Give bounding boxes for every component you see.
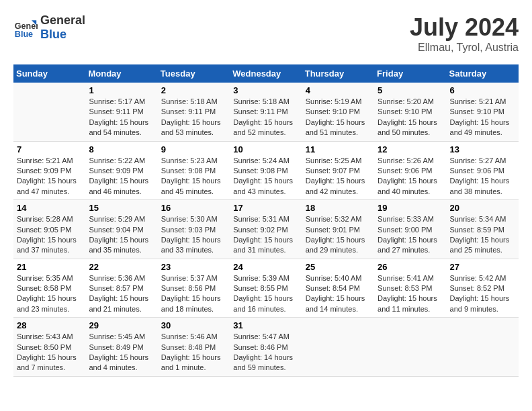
calendar-cell: 19Sunrise: 5:33 AM Sunset: 9:00 PM Dayli… [374, 200, 446, 259]
calendar-week-row: 7Sunrise: 5:21 AM Sunset: 9:09 PM Daylig… [13, 141, 519, 200]
day-number: 19 [378, 203, 443, 213]
calendar-body: 1Sunrise: 5:17 AM Sunset: 9:11 PM Daylig… [13, 83, 519, 376]
weekday-header: Sunday [13, 64, 85, 83]
calendar-cell: 29Sunrise: 5:45 AM Sunset: 8:49 PM Dayli… [85, 318, 157, 377]
day-number: 12 [378, 144, 443, 154]
day-number: 9 [161, 144, 226, 154]
day-info: Sunrise: 5:24 AM Sunset: 9:08 PM Dayligh… [233, 156, 298, 197]
month-year: July 2024 [410, 13, 519, 42]
calendar-cell: 5Sunrise: 5:20 AM Sunset: 9:10 PM Daylig… [374, 83, 446, 141]
calendar-cell: 18Sunrise: 5:32 AM Sunset: 9:01 PM Dayli… [302, 200, 374, 259]
calendar-cell: 4Sunrise: 5:19 AM Sunset: 9:10 PM Daylig… [302, 83, 374, 141]
day-info: Sunrise: 5:47 AM Sunset: 8:46 PM Dayligh… [233, 332, 298, 373]
calendar-cell: 9Sunrise: 5:23 AM Sunset: 9:08 PM Daylig… [158, 141, 230, 200]
weekday-row: SundayMondayTuesdayWednesdayThursdayFrid… [13, 64, 519, 83]
day-number: 26 [378, 262, 443, 272]
calendar-week-row: 21Sunrise: 5:35 AM Sunset: 8:58 PM Dayli… [13, 259, 519, 318]
calendar-cell [302, 318, 374, 377]
day-info: Sunrise: 5:20 AM Sunset: 9:10 PM Dayligh… [378, 97, 443, 138]
calendar-cell: 25Sunrise: 5:40 AM Sunset: 8:54 PM Dayli… [302, 259, 374, 318]
calendar-cell: 12Sunrise: 5:26 AM Sunset: 9:06 PM Dayli… [374, 141, 446, 200]
calendar-cell: 16Sunrise: 5:30 AM Sunset: 9:03 PM Dayli… [158, 200, 230, 259]
calendar-cell: 8Sunrise: 5:22 AM Sunset: 9:09 PM Daylig… [85, 141, 157, 200]
day-number: 16 [161, 203, 226, 213]
day-info: Sunrise: 5:42 AM Sunset: 8:52 PM Dayligh… [450, 273, 515, 315]
day-number: 14 [17, 203, 82, 213]
calendar-cell: 28Sunrise: 5:43 AM Sunset: 8:50 PM Dayli… [13, 318, 85, 377]
svg-text:Blue: Blue [15, 30, 33, 39]
calendar-cell: 22Sunrise: 5:36 AM Sunset: 8:57 PM Dayli… [85, 259, 157, 318]
day-info: Sunrise: 5:35 AM Sunset: 8:58 PM Dayligh… [17, 273, 82, 315]
day-number: 20 [450, 203, 515, 213]
day-number: 7 [17, 144, 82, 154]
day-number: 22 [89, 262, 154, 272]
calendar-cell: 3Sunrise: 5:18 AM Sunset: 9:11 PM Daylig… [230, 83, 302, 141]
calendar-cell [447, 318, 519, 377]
weekday-header: Friday [374, 64, 446, 83]
day-info: Sunrise: 5:18 AM Sunset: 9:11 PM Dayligh… [161, 97, 226, 138]
logo-line2: Blue [40, 28, 85, 42]
calendar-header: SundayMondayTuesdayWednesdayThursdayFrid… [13, 64, 519, 83]
day-info: Sunrise: 5:36 AM Sunset: 8:57 PM Dayligh… [89, 273, 154, 315]
calendar-week-row: 14Sunrise: 5:28 AM Sunset: 9:05 PM Dayli… [13, 200, 519, 259]
weekday-header: Wednesday [230, 64, 302, 83]
day-number: 29 [89, 320, 154, 330]
calendar-cell: 17Sunrise: 5:31 AM Sunset: 9:02 PM Dayli… [230, 200, 302, 259]
calendar-cell: 15Sunrise: 5:29 AM Sunset: 9:04 PM Dayli… [85, 200, 157, 259]
calendar-table: SundayMondayTuesdayWednesdayThursdayFrid… [13, 64, 519, 377]
calendar-week-row: 28Sunrise: 5:43 AM Sunset: 8:50 PM Dayli… [13, 318, 519, 377]
day-info: Sunrise: 5:33 AM Sunset: 9:00 PM Dayligh… [378, 214, 443, 256]
day-info: Sunrise: 5:40 AM Sunset: 8:54 PM Dayligh… [306, 273, 371, 315]
day-number: 5 [378, 85, 443, 95]
day-info: Sunrise: 5:17 AM Sunset: 9:11 PM Dayligh… [89, 97, 154, 138]
calendar-cell [13, 83, 85, 141]
calendar-cell [374, 318, 446, 377]
day-number: 27 [450, 262, 515, 272]
calendar-cell: 30Sunrise: 5:46 AM Sunset: 8:48 PM Dayli… [158, 318, 230, 377]
weekday-header: Thursday [302, 64, 374, 83]
calendar-cell: 2Sunrise: 5:18 AM Sunset: 9:11 PM Daylig… [158, 83, 230, 141]
day-info: Sunrise: 5:22 AM Sunset: 9:09 PM Dayligh… [89, 156, 154, 197]
title-block: July 2024 Ellmau, Tyrol, Austria [410, 13, 519, 54]
calendar-cell: 1Sunrise: 5:17 AM Sunset: 9:11 PM Daylig… [85, 83, 157, 141]
day-info: Sunrise: 5:30 AM Sunset: 9:03 PM Dayligh… [161, 214, 226, 256]
day-number: 8 [89, 144, 154, 154]
page-header: General Blue General Blue July 2024 Ellm… [13, 13, 519, 54]
day-number: 25 [306, 262, 371, 272]
day-number: 23 [161, 262, 226, 272]
calendar-cell: 26Sunrise: 5:41 AM Sunset: 8:53 PM Dayli… [374, 259, 446, 318]
day-info: Sunrise: 5:27 AM Sunset: 9:06 PM Dayligh… [450, 156, 515, 197]
day-info: Sunrise: 5:32 AM Sunset: 9:01 PM Dayligh… [306, 214, 371, 256]
day-number: 1 [89, 85, 154, 95]
logo-icon: General Blue [13, 15, 38, 40]
calendar-cell: 6Sunrise: 5:21 AM Sunset: 9:10 PM Daylig… [447, 83, 519, 141]
day-info: Sunrise: 5:19 AM Sunset: 9:10 PM Dayligh… [306, 97, 371, 138]
day-info: Sunrise: 5:25 AM Sunset: 9:07 PM Dayligh… [306, 156, 371, 197]
day-number: 30 [161, 320, 226, 330]
day-info: Sunrise: 5:23 AM Sunset: 9:08 PM Dayligh… [161, 156, 226, 197]
calendar-week-row: 1Sunrise: 5:17 AM Sunset: 9:11 PM Daylig… [13, 83, 519, 141]
day-number: 15 [89, 203, 154, 213]
day-info: Sunrise: 5:41 AM Sunset: 8:53 PM Dayligh… [378, 273, 443, 315]
calendar-cell: 20Sunrise: 5:34 AM Sunset: 8:59 PM Dayli… [447, 200, 519, 259]
weekday-header: Monday [85, 64, 157, 83]
day-number: 6 [450, 85, 515, 95]
calendar-cell: 11Sunrise: 5:25 AM Sunset: 9:07 PM Dayli… [302, 141, 374, 200]
day-info: Sunrise: 5:28 AM Sunset: 9:05 PM Dayligh… [17, 214, 82, 256]
calendar-cell: 31Sunrise: 5:47 AM Sunset: 8:46 PM Dayli… [230, 318, 302, 377]
day-info: Sunrise: 5:37 AM Sunset: 8:56 PM Dayligh… [161, 273, 226, 315]
calendar-cell: 13Sunrise: 5:27 AM Sunset: 9:06 PM Dayli… [447, 141, 519, 200]
location: Ellmau, Tyrol, Austria [410, 42, 519, 54]
logo-line1: General [40, 13, 85, 28]
logo: General Blue General Blue [13, 13, 85, 42]
day-number: 28 [17, 320, 82, 330]
day-number: 2 [161, 85, 226, 95]
day-number: 21 [17, 262, 82, 272]
day-number: 18 [306, 203, 371, 213]
day-number: 13 [450, 144, 515, 154]
day-number: 17 [233, 203, 298, 213]
day-info: Sunrise: 5:45 AM Sunset: 8:49 PM Dayligh… [89, 332, 154, 373]
calendar-cell: 24Sunrise: 5:39 AM Sunset: 8:55 PM Dayli… [230, 259, 302, 318]
day-info: Sunrise: 5:21 AM Sunset: 9:10 PM Dayligh… [450, 97, 515, 138]
calendar-cell: 10Sunrise: 5:24 AM Sunset: 9:08 PM Dayli… [230, 141, 302, 200]
